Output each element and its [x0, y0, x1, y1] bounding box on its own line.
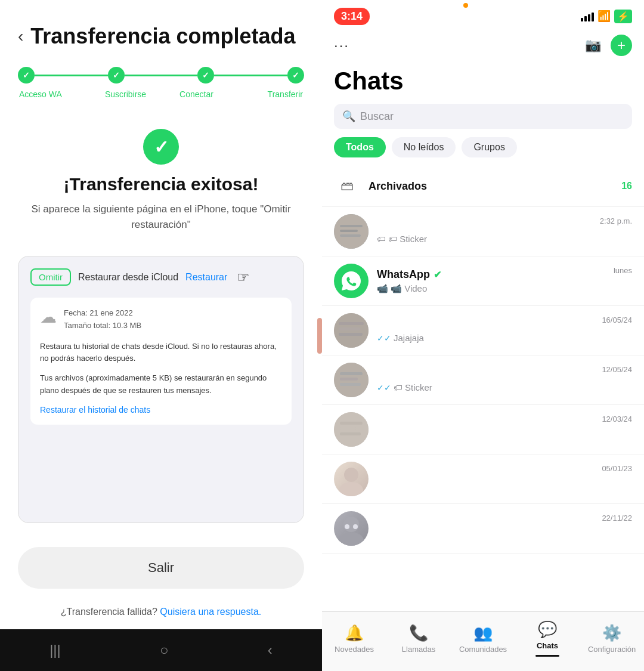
configuracion-icon: ⚙️ — [602, 624, 621, 642]
chat-item-5[interactable]: 12/03/24 — [322, 405, 644, 454]
avatar-6 — [334, 462, 369, 496]
tab-comunidades[interactable]: 👥 Comunidades — [451, 624, 515, 654]
tab-novedades[interactable]: 🔔 Novedades — [322, 624, 386, 654]
svg-point-16 — [344, 468, 358, 482]
chat-time-5: 12/03/24 — [602, 412, 632, 423]
chat-content-3: ✓✓ Jajajaja — [377, 318, 593, 343]
cloud-size: Tamaño total: 10.3 MB — [64, 320, 141, 332]
svg-rect-5 — [339, 322, 364, 325]
chat-preview-5 — [377, 432, 593, 442]
verified-icon-2: ✔ — [434, 269, 441, 280]
chat-name-5 — [377, 417, 593, 429]
filter-tab-todos[interactable]: Todos — [334, 137, 386, 157]
search-input[interactable]: Buscar — [360, 110, 394, 123]
sticker-icon-4: 🏷 — [394, 382, 402, 392]
android-menu-icon[interactable]: ||| — [49, 642, 61, 658]
failed-section: ¿Transferencia fallida? Quisiera una res… — [0, 601, 322, 629]
dots-menu[interactable]: ··· — [334, 37, 349, 54]
step-label-3: Conectar — [161, 89, 232, 99]
chat-content-5 — [377, 417, 593, 442]
filter-tab-no-leidos[interactable]: No leídos — [392, 137, 456, 157]
chat-item-7[interactable]: 22/11/22 — [322, 504, 644, 554]
svg-rect-10 — [340, 378, 358, 381]
signal-bar-3 — [588, 14, 590, 21]
chat-time-4: 12/05/24 — [602, 363, 632, 374]
android-home-icon[interactable]: ○ — [160, 642, 169, 658]
restore-from-text: Restaurar desde iCloud — [78, 272, 178, 283]
chat-item-4[interactable]: ✓✓ 🏷 Sticker 12/05/24 — [322, 355, 644, 405]
status-bar: 3:14 📶 ⚡ — [322, 0, 644, 30]
right-panel: 3:14 📶 ⚡ ··· 📷 + Chats 🔍 Buscar To — [322, 0, 644, 671]
chat-preview-6 — [377, 481, 593, 491]
success-icon — [143, 129, 179, 165]
chat-name-6 — [377, 466, 593, 479]
restore-history-link[interactable]: Restaurar el historial de chats — [40, 405, 150, 415]
chat-item-2[interactable]: WhatsApp ✔ 📹 📹 Video lunes — [322, 256, 644, 306]
svg-point-17 — [339, 482, 363, 496]
llamadas-icon: 📞 — [409, 624, 428, 642]
archived-row[interactable]: 🗃 Archivados 16 — [322, 166, 644, 207]
filter-tabs: Todos No leídos Grupos — [322, 137, 644, 166]
step-label-4: Transferir — [232, 89, 303, 99]
chat-content-1: 🏷 🏷 Sticker — [377, 219, 592, 244]
svg-rect-9 — [340, 372, 363, 375]
cloud-icon: ☁ — [40, 307, 57, 327]
tab-chats[interactable]: 💬 Chats — [515, 620, 580, 657]
svg-point-20 — [345, 524, 349, 529]
svg-point-21 — [353, 524, 358, 529]
chat-item-1[interactable]: 🏷 🏷 Sticker 2:32 p.m. — [322, 207, 644, 256]
salir-button[interactable]: Salir — [18, 547, 304, 589]
add-button[interactable]: + — [611, 35, 632, 56]
status-time: 3:14 — [334, 8, 370, 25]
android-back-icon[interactable]: ‹ — [268, 642, 273, 658]
configuracion-label: Configuración — [588, 645, 636, 654]
status-icons: 📶 ⚡ — [581, 10, 632, 23]
status-dot — [463, 3, 468, 8]
chat-time-6: 05/01/23 — [602, 462, 632, 473]
filter-tab-grupos[interactable]: Grupos — [462, 137, 516, 157]
svg-rect-7 — [339, 333, 363, 336]
novedades-icon: 🔔 — [345, 624, 364, 642]
tab-configuracion[interactable]: ⚙️ Configuración — [580, 624, 644, 654]
back-button[interactable]: ‹ — [18, 27, 23, 46]
page-title: Transferencia completada — [30, 24, 295, 49]
progress-line — [18, 67, 304, 84]
cloud-header: ☁ Fecha: 21 ene 2022 Tamaño total: 10.3 … — [40, 307, 282, 332]
chat-time-2: lunes — [614, 264, 632, 275]
topbar-icons: 📷 + — [585, 35, 632, 56]
cloud-date: Fecha: 21 ene 2022 — [64, 307, 141, 320]
svg-point-18 — [343, 517, 359, 532]
camera-button[interactable]: 📷 — [585, 38, 601, 53]
chat-item-6[interactable]: 05/01/23 — [322, 454, 644, 504]
step-dot-4 — [287, 67, 304, 84]
bottom-tab-bar: 🔔 Novedades 📞 Llamadas 👥 Comunidades 💬 C… — [322, 611, 644, 671]
omit-bar: Omitir Restaurar desde iCloud Restaurar … — [30, 268, 292, 286]
chat-name-7 — [377, 516, 593, 528]
step-dot-2 — [108, 67, 125, 84]
tab-llamadas[interactable]: 📞 Llamadas — [386, 624, 451, 654]
double-check-4: ✓✓ — [377, 383, 391, 392]
video-icon-2: 📹 — [377, 283, 388, 294]
archive-icon: 🗃 — [334, 173, 360, 199]
steps-labels: Acceso WA Suscribirse Conectar Transferi… — [18, 89, 304, 99]
failed-link[interactable]: Quisiera una respuesta. — [160, 607, 261, 617]
llamadas-label: Llamadas — [402, 645, 435, 654]
svg-rect-11 — [340, 383, 361, 386]
wa-topbar: ··· 📷 + — [322, 30, 644, 62]
search-bar[interactable]: 🔍 Buscar — [334, 104, 632, 129]
svg-rect-6 — [339, 327, 360, 330]
chat-item-3[interactable]: ✓✓ Jajajaja 16/05/24 — [322, 306, 644, 355]
chats-icon: 💬 — [538, 620, 557, 639]
novedades-label: Novedades — [335, 645, 374, 654]
restore-button[interactable]: Restaurar — [185, 272, 227, 283]
chat-preview-1: 🏷 🏷 Sticker — [377, 234, 592, 244]
avatar-5 — [334, 412, 369, 447]
success-desc: Si aparece la siguiente página en el iPh… — [18, 202, 304, 232]
omit-button[interactable]: Omitir — [30, 268, 71, 286]
android-nav-bar: ||| ○ ‹ — [0, 629, 322, 671]
svg-rect-15 — [340, 432, 361, 435]
progress-section: Acceso WA Suscribirse Conectar Transferi… — [0, 61, 322, 111]
failed-text: ¿Transferencia fallida? — [61, 607, 157, 617]
comunidades-icon: 👥 — [473, 624, 493, 642]
step-dot-1 — [18, 67, 35, 84]
